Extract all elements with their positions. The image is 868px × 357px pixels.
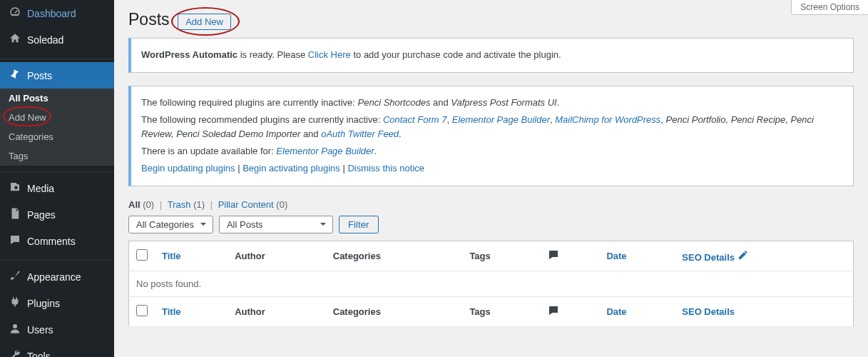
col-categories: Categories — [326, 241, 463, 271]
user-icon — [9, 322, 21, 337]
col-seo[interactable]: SEO Details — [675, 241, 853, 271]
select-all-checkbox[interactable] — [136, 249, 148, 261]
col-author: Author — [228, 241, 326, 271]
media-icon — [9, 181, 21, 196]
sidebar-separator — [0, 56, 114, 59]
col-date[interactable]: Date — [599, 296, 675, 326]
notice-link-click-here[interactable]: Click Here — [308, 49, 351, 60]
plug-icon — [9, 296, 21, 311]
col-author: Author — [228, 296, 326, 326]
sidebar-item-users[interactable]: Users — [0, 316, 114, 343]
wrench-icon — [9, 348, 21, 357]
comment-icon — [547, 308, 560, 319]
table-empty-row: No posts found. — [129, 271, 854, 296]
link-dismiss-notice[interactable]: Dismiss this notice — [347, 163, 424, 174]
col-title[interactable]: Title — [155, 296, 228, 326]
filter-posts-select[interactable]: All Posts — [219, 216, 333, 233]
sidebar-item-dashboard[interactable]: Dashboard — [0, 0, 114, 26]
sidebar-item-comments[interactable]: Comments — [0, 228, 114, 254]
col-tags: Tags — [462, 241, 540, 271]
house-icon — [9, 32, 21, 47]
col-date[interactable]: Date — [599, 241, 675, 271]
sidebar-item-label: Media — [27, 183, 54, 194]
notice-text: There is an update available for: — [141, 146, 276, 156]
sep: | — [210, 199, 215, 210]
col-comments[interactable] — [540, 241, 600, 271]
notice-link[interactable]: MailChimp for WordPress — [555, 114, 660, 125]
posts-table: Title Author Categories Tags Date SEO De… — [128, 241, 854, 327]
table-header-row: Title Author Categories Tags Date SEO De… — [129, 241, 854, 271]
sidebar-item-appearance[interactable]: Appearance — [0, 263, 114, 290]
sidebar-submenu-posts: All Posts Add New Categories Tags — [0, 89, 114, 166]
submenu-add-new[interactable]: Add New — [0, 108, 114, 127]
view-pillar-count: (0) — [276, 199, 287, 210]
page-icon — [9, 207, 21, 222]
submenu-tags[interactable]: Tags — [0, 146, 114, 166]
notice-text: The following required plugins are curre… — [141, 97, 358, 108]
table-footer-row: Title Author Categories Tags Date SEO De… — [129, 296, 854, 326]
notice-link[interactable]: oAuth Twitter Feed — [321, 129, 399, 139]
submenu-all-posts[interactable]: All Posts — [0, 89, 114, 108]
submenu-categories[interactable]: Categories — [0, 127, 114, 146]
pin-icon — [9, 68, 21, 83]
sidebar-separator — [0, 169, 114, 172]
select-all-checkbox-footer[interactable] — [136, 305, 148, 316]
sidebar-item-label: Soledad — [27, 34, 63, 46]
sep: | — [340, 163, 348, 174]
sidebar-item-posts[interactable]: Posts — [0, 62, 114, 89]
sidebar-separator — [0, 257, 114, 261]
sidebar-item-label: Plugins — [27, 298, 60, 309]
notice-em: Penci Shortcodes — [358, 97, 431, 108]
notice-text: The following recommended plugins are cu… — [141, 114, 383, 125]
sidebar-item-pages[interactable]: Pages — [0, 201, 114, 228]
notice-text: and — [300, 129, 321, 139]
notice-link[interactable]: Elementor Page Builder — [276, 146, 374, 156]
sep: | — [160, 199, 165, 210]
notice-text: is ready. Please — [240, 49, 308, 60]
sidebar-item-label: Posts — [27, 70, 52, 81]
view-pillar[interactable]: Pillar Content — [218, 199, 274, 210]
notice-strong: WordPress Automatic — [141, 49, 240, 60]
sidebar-item-label: Comments — [27, 236, 76, 247]
comment-icon — [9, 233, 21, 248]
notice-automatic: WordPress Automatic is ready. Please Cli… — [128, 38, 854, 73]
add-new-button[interactable]: Add New — [178, 14, 231, 30]
notice-text: and — [430, 97, 451, 108]
col-seo[interactable]: SEO Details — [675, 296, 853, 326]
sep: | — [235, 163, 243, 174]
empty-message: No posts found. — [129, 271, 854, 296]
sidebar-item-label: Dashboard — [27, 8, 76, 19]
col-comments[interactable] — [540, 296, 600, 326]
sidebar-item-label: Pages — [27, 209, 56, 221]
notice-plugins: The following required plugins are curre… — [128, 86, 854, 186]
col-tags: Tags — [462, 296, 540, 326]
notice-link[interactable]: Elementor Page Builder — [452, 114, 550, 125]
link-begin-updating[interactable]: Begin updating plugins — [141, 163, 235, 174]
comment-icon — [547, 253, 560, 263]
main-content: Screen Options Posts Add New WordPress A… — [114, 0, 868, 357]
filter-categories-select[interactable]: All Categories — [128, 216, 213, 233]
col-categories: Categories — [326, 296, 463, 326]
sidebar-item-label: Appearance — [27, 271, 81, 283]
page-title: Posts — [128, 10, 170, 29]
gauge-icon — [9, 6, 21, 21]
pencil-icon — [737, 252, 749, 263]
col-title[interactable]: Title — [155, 241, 228, 271]
filter-bar: All Categories All Posts Filter — [128, 216, 854, 233]
notice-em: Vafpress Post Formats UI — [451, 97, 556, 108]
sidebar-item-soledad[interactable]: Soledad — [0, 26, 114, 53]
brush-icon — [9, 269, 21, 284]
list-views: All (0) | Trash (1) | Pillar Content (0) — [128, 199, 854, 210]
notice-link[interactable]: Contact Form 7 — [383, 114, 447, 125]
sidebar-item-media[interactable]: Media — [0, 175, 114, 201]
filter-button[interactable]: Filter — [339, 216, 379, 233]
view-trash[interactable]: Trash — [168, 199, 191, 210]
view-all[interactable]: All — [128, 199, 141, 210]
sidebar-item-label: Tools — [27, 351, 51, 358]
admin-sidebar: Dashboard Soledad Posts All Posts Add Ne… — [0, 0, 114, 357]
sidebar-item-plugins[interactable]: Plugins — [0, 290, 114, 316]
sidebar-item-tools[interactable]: Tools — [0, 343, 114, 357]
screen-options-button[interactable]: Screen Options — [791, 0, 868, 15]
link-begin-activating[interactable]: Begin activating plugins — [242, 163, 340, 174]
view-trash-count: (1) — [193, 199, 205, 210]
